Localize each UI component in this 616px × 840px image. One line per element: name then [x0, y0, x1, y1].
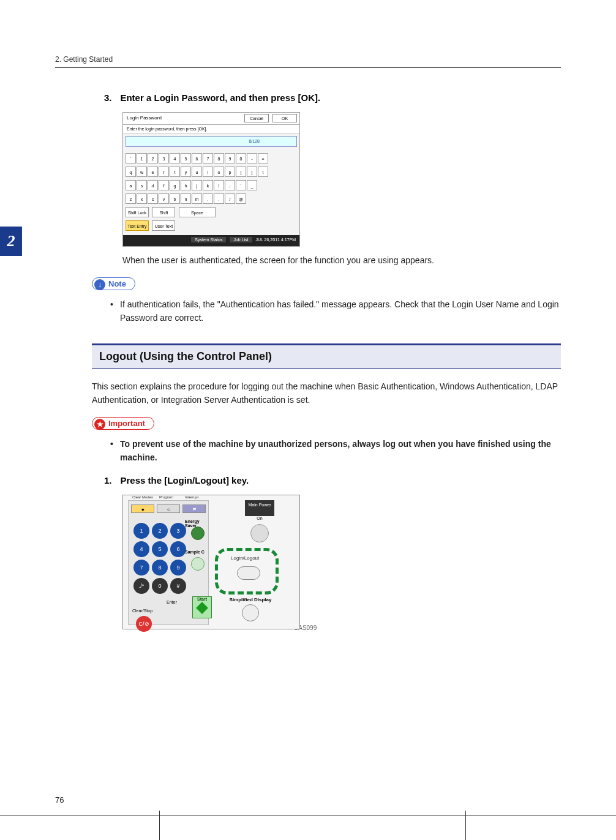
on-label: On	[226, 516, 293, 520]
keyboard-key[interactable]: r	[159, 167, 169, 177]
section-body: This section explains the procedure for …	[92, 380, 561, 407]
keyboard-key[interactable]: d	[148, 180, 158, 190]
user-text-tab[interactable]: User Text	[152, 220, 175, 231]
shift-key[interactable]: Shift	[152, 207, 175, 217]
keyboard-key[interactable]: s	[137, 180, 147, 190]
keyboard-key[interactable]: b	[170, 193, 180, 204]
sample-copy-button[interactable]	[191, 557, 205, 571]
keyboard-key[interactable]: 4	[170, 153, 180, 163]
keyboard-key[interactable]: 9	[225, 153, 235, 163]
job-list-button[interactable]: Job List	[230, 237, 252, 242]
numpad-key[interactable]: 2	[152, 523, 168, 539]
keyboard-key[interactable]: ,	[203, 193, 213, 204]
keyboard-key[interactable]: q	[126, 167, 136, 177]
crop-marks	[0, 816, 616, 840]
keyboard-key[interactable]: 2	[148, 153, 158, 163]
keyboard-key[interactable]: h	[181, 180, 191, 190]
figure-login-password-keyboard: Login Password Cancel OK Enter the login…	[122, 112, 561, 247]
numpad-key[interactable]: 7	[133, 560, 149, 576]
keyboard-key[interactable]: n	[181, 193, 191, 204]
keyboard-key[interactable]: =	[258, 153, 268, 163]
keyboard-key[interactable]: z	[126, 193, 136, 204]
keyboard-key[interactable]: 3	[159, 153, 169, 163]
numpad-key[interactable]: 5	[152, 541, 168, 557]
header-rule	[55, 67, 561, 68]
numpad-key[interactable]: 6	[170, 541, 186, 557]
system-status-button[interactable]: System Status	[191, 237, 226, 242]
keyboard-key[interactable]: c	[148, 193, 158, 204]
keyboard-key[interactable]: ;	[225, 180, 235, 190]
numpad-key[interactable]: 4	[133, 541, 149, 557]
label-interrupt: Interrupt	[185, 495, 198, 499]
label-clear-modes: Clear Modes	[132, 495, 153, 499]
dialog-instruction: Enter the login password, then press [OK…	[123, 125, 299, 133]
keyboard-key[interactable]: j	[192, 180, 202, 190]
start-label: Start	[193, 597, 211, 601]
keyboard-key[interactable]: x	[137, 193, 147, 204]
keyboard-key[interactable]: k	[203, 180, 213, 190]
simplified-display-button[interactable]	[242, 604, 259, 621]
keyboard-key[interactable]: g	[170, 180, 180, 190]
keyboard-key[interactable]: @	[236, 193, 246, 204]
keyboard-key[interactable]: 6	[192, 153, 202, 163]
keyboard-key[interactable]: o	[214, 167, 224, 177]
clear-stop-label: Clear/Stop	[132, 609, 152, 613]
keyboard-key[interactable]: [	[236, 167, 246, 177]
numpad-key[interactable]: 9	[170, 560, 186, 576]
running-header: 2. Getting Started	[55, 55, 561, 64]
chapter-tab: 2	[0, 227, 22, 256]
keyboard-key[interactable]: w	[137, 167, 147, 177]
keyboard-key[interactable]: f	[159, 180, 169, 190]
keyboard-key[interactable]: m	[192, 193, 202, 204]
keyboard-key[interactable]: \	[258, 167, 268, 177]
important-callout: ★ Important	[92, 417, 561, 430]
start-button[interactable]: Start	[192, 596, 212, 618]
keyboard-key[interactable]: e	[148, 167, 158, 177]
keyboard-key[interactable]: 5	[181, 153, 191, 163]
keyboard-key[interactable]: `	[126, 153, 136, 163]
text-entry-tab[interactable]: Text Entry	[126, 220, 149, 231]
keyboard-key[interactable]: t	[170, 167, 180, 177]
step-1-text: Press the [Login/Logout] key.	[120, 475, 249, 486]
numpad-key[interactable]: 1	[133, 523, 149, 539]
cancel-button[interactable]: Cancel	[244, 114, 269, 122]
keyboard-key[interactable]: u	[192, 167, 202, 177]
program-button[interactable]: ◇	[157, 504, 180, 513]
clear-stop-button[interactable]: C/⊘	[136, 616, 152, 632]
shift-lock-key[interactable]: Shift Lock	[126, 207, 149, 217]
numpad-key[interactable]: 0	[152, 578, 168, 594]
keyboard-key[interactable]: i	[203, 167, 213, 177]
clear-modes-button[interactable]: ◆	[131, 504, 154, 513]
keyboard-key[interactable]: 8	[214, 153, 224, 163]
login-logout-button[interactable]	[237, 566, 260, 580]
keyboard-key[interactable]: 7	[203, 153, 213, 163]
keyboard-key[interactable]: ]	[247, 167, 257, 177]
keyboard-key[interactable]: p	[225, 167, 235, 177]
numpad-key[interactable]: #	[170, 578, 186, 594]
keyboard-key[interactable]: /	[225, 193, 235, 204]
keyboard-key[interactable]: v	[159, 193, 169, 204]
step-3: 3. Enter a Login Password, and then pres…	[104, 92, 561, 103]
keyboard-key[interactable]: 0	[236, 153, 246, 163]
step-3-text: Enter a Login Password, and then press […	[120, 92, 320, 103]
keyboard-key[interactable]: l	[214, 180, 224, 190]
keyboard-key[interactable]: _	[247, 180, 257, 190]
sample-copy-label: Sample C	[185, 550, 205, 554]
keyboard-key[interactable]: '	[236, 180, 246, 190]
keyboard-key[interactable]: 1	[137, 153, 147, 163]
numpad-key[interactable]: ./*	[133, 578, 149, 594]
energy-saver-button[interactable]	[191, 527, 205, 540]
space-key[interactable]: Space	[179, 207, 216, 217]
char-counter: 0/128	[249, 139, 260, 143]
password-input[interactable]: 0/128	[126, 136, 297, 147]
keyboard-key[interactable]: -	[247, 153, 257, 163]
numpad-key[interactable]: 8	[152, 560, 168, 576]
keyboard-key[interactable]: y	[181, 167, 191, 177]
numpad-key[interactable]: 3	[170, 523, 186, 539]
keyboard-key[interactable]: .	[214, 193, 224, 204]
on-indicator	[250, 524, 269, 542]
ok-button[interactable]: OK	[272, 114, 297, 122]
main-power-label: Main Power	[245, 500, 274, 516]
keyboard-key[interactable]: a	[126, 180, 136, 190]
interrupt-button[interactable]: ⇄	[182, 504, 206, 513]
